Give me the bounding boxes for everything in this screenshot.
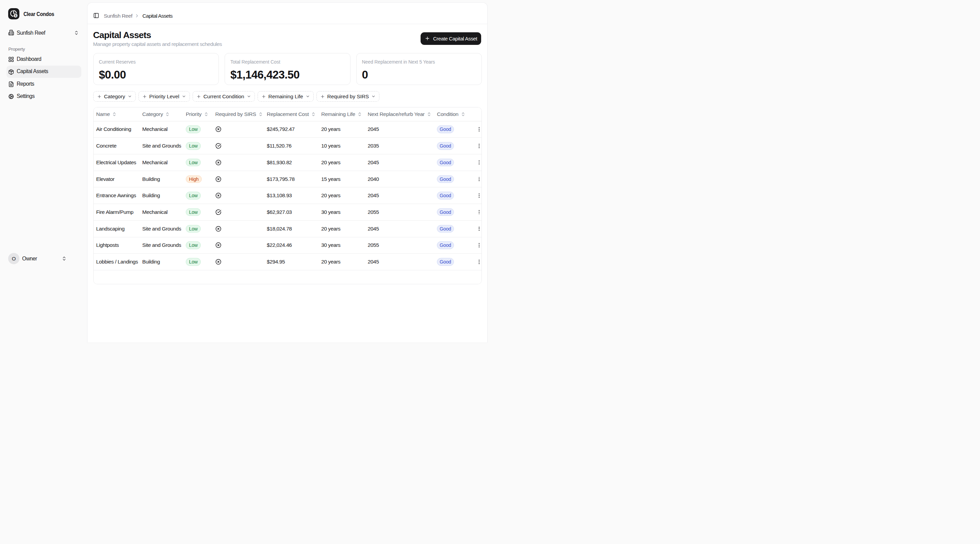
svg-text:$: $ — [14, 14, 17, 17]
